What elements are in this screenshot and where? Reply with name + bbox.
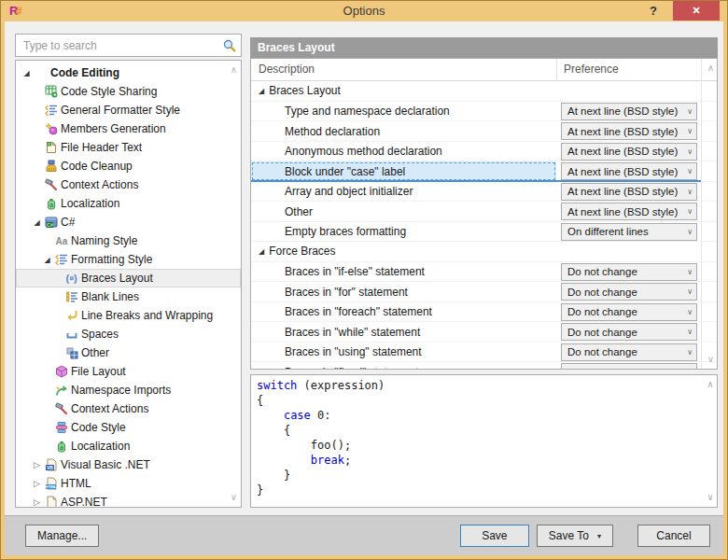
svg-text:Aa: Aa <box>55 236 67 246</box>
tree-item-blank-lines[interactable]: Blank Lines <box>16 287 241 306</box>
manage-button[interactable]: Manage... <box>25 525 99 547</box>
code-cleanup-icon <box>43 160 59 173</box>
tree-item-line-breaks-and-wrapping[interactable]: Line Breaks and Wrapping <box>16 306 241 325</box>
preference-dropdown[interactable]: At next line (BSD style)∨ <box>561 203 697 220</box>
expanded-expander-icon[interactable]: ◢ <box>21 69 33 77</box>
close-button[interactable]: ✕ <box>673 1 720 21</box>
tree-scroll-up-chevron-icon[interactable]: ∧ <box>231 65 237 75</box>
tree-item-context-actions[interactable]: Context Actions <box>16 175 241 194</box>
table-row-type-and-namespace-declaration[interactable]: Type and namespace declarationAt next li… <box>251 102 717 122</box>
preference-value: Do not change <box>567 327 637 338</box>
row-description: Type and namespace declaration <box>285 105 450 118</box>
collapsed-expander-icon[interactable]: ▷ <box>31 479 43 488</box>
tree-item-braces-layout[interactable]: ()Braces Layout <box>16 269 241 287</box>
collapsed-expander-icon[interactable]: ▷ <box>31 497 43 507</box>
preference-dropdown[interactable]: At next line (BSD style)∨ <box>561 122 697 140</box>
tree-item-label: Formatting Style <box>69 253 152 266</box>
braces-layout-icon: () <box>63 272 79 285</box>
save-button[interactable]: Save <box>460 525 529 547</box>
preference-dropdown[interactable]: Do not change∨ <box>561 283 697 301</box>
chevron-down-icon: ∨ <box>683 348 693 357</box>
tree-item-other[interactable]: Other <box>16 343 241 362</box>
right-panel: Braces Layout Description Preference ◢Br… <box>250 37 718 508</box>
table-row-braces-in-foreach-statement[interactable]: Braces in "foreach" statementDo not chan… <box>251 302 717 323</box>
tree-item-c[interactable]: ◢C#C# <box>16 213 241 231</box>
svg-text:): ) <box>74 273 77 284</box>
help-button[interactable]: ? <box>643 2 664 21</box>
expanded-expander-icon[interactable]: ◢ <box>31 218 43 227</box>
tree-item-label: HTML <box>59 477 91 490</box>
table-row-anonymous-method-declaration[interactable]: Anonymous method declarationAt next line… <box>251 142 717 162</box>
tree-item-file-layout[interactable]: File Layout <box>16 362 241 381</box>
table-row-braces-in-fixed-statement[interactable]: Braces in "fixed" statementDo not change… <box>251 362 717 369</box>
table-group-braces-layout[interactable]: ◢Braces Layout <box>251 81 717 102</box>
tree-item-members-generation[interactable]: Members Generation <box>16 119 241 138</box>
table-scroll-down-chevron-icon[interactable]: ∨ <box>707 355 714 364</box>
localization-icon: a <box>53 440 69 453</box>
preference-dropdown[interactable]: Do not change∨ <box>561 363 697 369</box>
tree-item-namespace-imports[interactable]: Namespace Imports <box>16 381 241 399</box>
tree: ∧ ∨ ◢Code EditingCode Style SharingGener… <box>15 60 242 508</box>
table-row-braces-in-while-statement[interactable]: Braces in "while" statementDo not change… <box>251 322 717 343</box>
svg-text:C#: C# <box>46 222 52 228</box>
tree-item-html[interactable]: ▷HTMLHTML <box>16 474 241 493</box>
table-row-method-declaration[interactable]: Method declarationAt next line (BSD styl… <box>251 121 717 142</box>
preference-dropdown[interactable]: Do not change∨ <box>561 263 697 281</box>
expanded-expander-icon[interactable]: ◢ <box>259 247 264 256</box>
chevron-down-icon: ∨ <box>683 328 693 336</box>
table-scrollbar[interactable]: ∧ ∨ <box>701 59 717 369</box>
preference-dropdown[interactable]: On different lines∨ <box>561 223 697 241</box>
expanded-expander-icon[interactable]: ◢ <box>259 87 264 95</box>
tree-item-label: Other <box>79 346 109 359</box>
preference-value: Do not change <box>567 306 637 317</box>
tree-item-code-editing[interactable]: ◢Code Editing <box>16 63 241 82</box>
table-row-braces-in-if-else-statement[interactable]: Braces in "if-else" statementDo not chan… <box>251 262 717 283</box>
preference-dropdown[interactable]: Do not change∨ <box>561 303 697 321</box>
column-header-description[interactable]: Description <box>251 59 556 80</box>
search-input[interactable] <box>21 38 222 53</box>
preference-dropdown[interactable]: At next line (BSD style)∨ <box>561 183 697 201</box>
tree-item-context-actions[interactable]: Context Actions <box>16 399 241 418</box>
tree-item-formatting-style[interactable]: ◢Formatting Style <box>16 250 241 269</box>
other-format-icon <box>63 346 79 359</box>
preference-dropdown[interactable]: At next line (BSD style)∨ <box>561 143 697 161</box>
tree-item-localization[interactable]: aLocalization <box>16 194 241 213</box>
tree-item-visual-basic-net[interactable]: ▷VBVisual Basic .NET <box>16 455 241 474</box>
table-row-braces-in-using-statement[interactable]: Braces in "using" statementDo not change… <box>251 343 717 363</box>
tree-scroll-down-chevron-icon[interactable]: ∨ <box>231 493 237 502</box>
expanded-expander-icon[interactable]: ◢ <box>41 256 53 264</box>
preference-value: At next line (BSD style) <box>567 206 678 217</box>
preference-dropdown[interactable]: Do not change∨ <box>561 323 697 341</box>
general-formatter-style-icon <box>43 104 59 117</box>
tree-item-code-style[interactable]: Code Style <box>16 418 241 437</box>
spaces-icon <box>63 328 79 341</box>
table-scroll-up-chevron-icon[interactable]: ∧ <box>707 63 714 73</box>
tree-item-spaces[interactable]: Spaces <box>16 325 241 343</box>
tree-item-general-formatter-style[interactable]: General Formatter Style <box>16 101 241 119</box>
dropdown-arrow-icon: ▾ <box>597 532 601 540</box>
cancel-button[interactable]: Cancel <box>637 525 710 547</box>
column-header-preference[interactable]: Preference <box>556 59 701 80</box>
code-style-sharing-icon <box>43 85 59 98</box>
collapsed-expander-icon[interactable]: ▷ <box>31 460 43 469</box>
save-to-button[interactable]: Save To ▾ <box>537 525 613 547</box>
table-group-force-braces[interactable]: ◢Force Braces <box>251 242 717 262</box>
table-row-block-under-case-label[interactable]: Block under "case" labelAt next line (BS… <box>251 161 717 182</box>
tree-item-naming-style[interactable]: AaNaming Style <box>16 231 241 250</box>
code-scroll-down-chevron-icon[interactable]: ∨ <box>707 493 713 502</box>
tree-item-code-cleanup[interactable]: Code Cleanup <box>16 157 241 175</box>
preference-dropdown[interactable]: Do not change∨ <box>561 343 697 361</box>
tree-item-localization[interactable]: aLocalization <box>16 437 241 455</box>
table-row-braces-in-for-statement[interactable]: Braces in "for" statementDo not change∨ <box>251 282 717 302</box>
table-row-other[interactable]: OtherAt next line (BSD style)∨ <box>251 202 717 222</box>
tree-item-file-header-text[interactable]: File Header Text <box>16 138 241 157</box>
table-row-array-and-object-initializer[interactable]: Array and object initializerAt next line… <box>251 182 717 203</box>
table-row-empty-braces-formatting[interactable]: Empty braces formattingOn different line… <box>251 222 717 243</box>
tree-item-asp-net[interactable]: ▷ASP.NET <box>16 493 241 508</box>
preference-dropdown[interactable]: At next line (BSD style)∨ <box>561 103 697 120</box>
tree-item-label: Context Actions <box>69 402 148 415</box>
code-line: } <box>257 468 698 483</box>
tree-item-code-style-sharing[interactable]: Code Style Sharing <box>16 82 241 101</box>
code-scroll-up-chevron-icon[interactable]: ∧ <box>707 380 713 389</box>
preference-dropdown[interactable]: At next line (BSD style)∨ <box>561 162 697 180</box>
